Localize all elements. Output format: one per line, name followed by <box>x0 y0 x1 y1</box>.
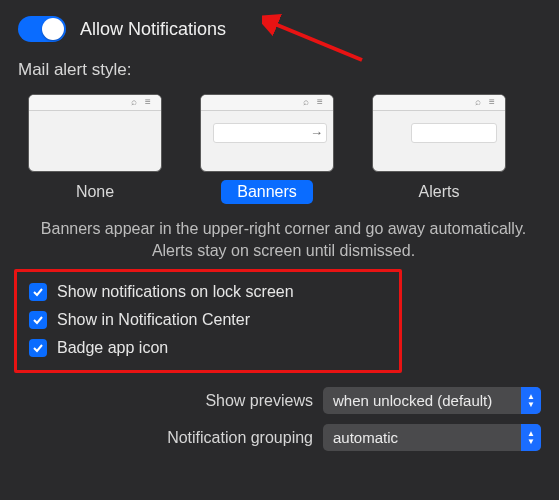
search-icon: ⌕ <box>475 97 485 107</box>
alert-style-description: Banners appear in the upper-right corner… <box>0 204 559 267</box>
alert-style-banners-preview: ⌕ ≡ → <box>200 94 334 172</box>
alert-style-alerts-preview: ⌕ ≡ <box>372 94 506 172</box>
menu-icon: ≡ <box>489 97 499 107</box>
alert-style-banners[interactable]: ⌕ ≡ → Banners <box>200 94 334 204</box>
lock-screen-checkbox[interactable] <box>29 283 47 301</box>
check-icon <box>32 342 44 354</box>
show-previews-label: Show previews <box>205 392 313 410</box>
notification-grouping-label: Notification grouping <box>167 429 313 447</box>
notification-center-checkbox[interactable] <box>29 311 47 329</box>
arrow-right-icon: → <box>310 125 323 140</box>
menu-icon: ≡ <box>145 97 155 107</box>
alert-style-alerts-label: Alerts <box>403 180 476 204</box>
search-icon: ⌕ <box>303 97 313 107</box>
show-previews-select[interactable]: when unlocked (default) ▲▼ <box>323 387 541 414</box>
updown-arrows-icon: ▲▼ <box>521 424 541 451</box>
highlight-annotation: Show notifications on lock screen Show i… <box>14 269 402 373</box>
alert-style-none-label: None <box>60 180 130 204</box>
check-icon <box>32 286 44 298</box>
lock-screen-label: Show notifications on lock screen <box>57 283 294 301</box>
allow-notifications-label: Allow Notifications <box>80 19 226 40</box>
toggle-knob <box>42 18 64 40</box>
badge-app-icon-checkbox[interactable] <box>29 339 47 357</box>
notification-center-label: Show in Notification Center <box>57 311 250 329</box>
notification-grouping-select[interactable]: automatic ▲▼ <box>323 424 541 451</box>
menu-icon: ≡ <box>317 97 327 107</box>
check-icon <box>32 314 44 326</box>
badge-app-icon-label: Badge app icon <box>57 339 168 357</box>
alert-style-banners-label: Banners <box>221 180 313 204</box>
alert-style-heading: Mail alert style: <box>0 52 559 86</box>
alert-style-none[interactable]: ⌕ ≡ None <box>28 94 162 204</box>
show-previews-value: when unlocked (default) <box>323 392 521 409</box>
allow-notifications-toggle[interactable] <box>18 16 66 42</box>
alert-style-alerts[interactable]: ⌕ ≡ Alerts <box>372 94 506 204</box>
alert-style-none-preview: ⌕ ≡ <box>28 94 162 172</box>
notification-grouping-value: automatic <box>323 429 521 446</box>
search-icon: ⌕ <box>131 97 141 107</box>
updown-arrows-icon: ▲▼ <box>521 387 541 414</box>
